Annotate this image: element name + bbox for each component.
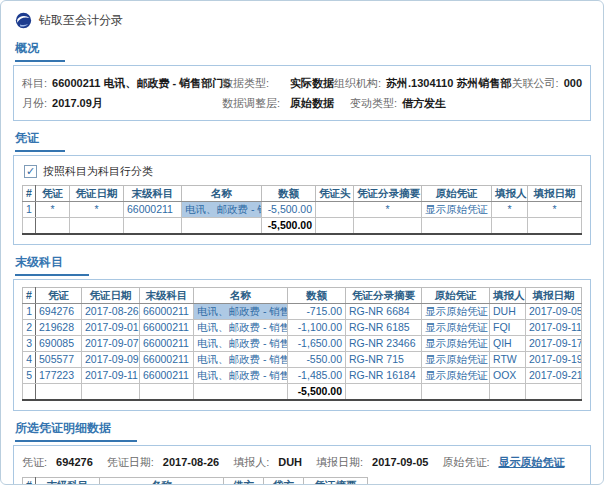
table-row[interactable]: 36900852017-09-0766000211电讯、邮政费 - 销售部门S-… bbox=[23, 336, 582, 352]
cell: 电讯、邮政费 - 销售部门S bbox=[194, 368, 288, 384]
total-cell bbox=[70, 218, 124, 235]
field-value: 实际数据 bbox=[290, 77, 334, 89]
field-label: 关联公司: bbox=[512, 77, 559, 89]
table-row[interactable]: 51772232017-09-1166000211电讯、邮政费 - 销售部门S-… bbox=[23, 368, 582, 384]
field-value: 66000211 电讯、邮政费 - 销售部门S bbox=[52, 77, 231, 89]
cell: QIH bbox=[490, 336, 526, 352]
total-cell bbox=[422, 384, 490, 401]
voucher-info-line: 凭证:694276 凭证日期:2017-08-26 填报人:DUH 填报日期:2… bbox=[22, 453, 582, 471]
total-cell bbox=[316, 218, 354, 235]
tab-voucher: 凭证 bbox=[15, 128, 593, 152]
column-header: 凭证 bbox=[36, 186, 70, 202]
cell: 66000211 bbox=[140, 304, 194, 320]
cell: 2017-09-11 bbox=[526, 320, 582, 336]
cell: 505577 bbox=[36, 352, 82, 368]
field-label: 数据调整层: bbox=[222, 93, 288, 113]
field-value: 借方发生 bbox=[402, 97, 446, 109]
cell: 2017-09-21 bbox=[526, 368, 582, 384]
cell: 66000211 bbox=[140, 368, 194, 384]
voucher-panel: ✓ 按照科目为科目行分类 #凭证凭证日期末级科目名称数额凭证头凭证分录摘要原始凭… bbox=[13, 155, 591, 245]
cell: 2017-09-17 bbox=[526, 336, 582, 352]
total-cell bbox=[36, 384, 82, 401]
field-value: 2017-09-05 bbox=[372, 453, 428, 471]
cell: -715.00 bbox=[288, 304, 346, 320]
show-original-voucher-link[interactable]: 显示原始凭证 bbox=[422, 320, 490, 336]
cell: 66000211 bbox=[140, 352, 194, 368]
show-original-voucher-link[interactable]: 显示原始凭证 bbox=[422, 304, 490, 320]
field-value: 2017-08-26 bbox=[163, 453, 219, 471]
cell: 177223 bbox=[36, 368, 82, 384]
cell: 2 bbox=[23, 320, 36, 336]
column-header: 借方 bbox=[224, 478, 264, 485]
cell: 电讯、邮政费 - 销售部门S bbox=[194, 304, 288, 320]
selected-voucher-detail-panel: 凭证:694276 凭证日期:2017-08-26 填报人:DUH 填报日期:2… bbox=[13, 445, 591, 485]
column-header: 凭证日期 bbox=[82, 288, 140, 304]
total-row: -5,500.00 bbox=[23, 218, 582, 235]
column-header: 数额 bbox=[262, 186, 316, 202]
overview-row-2: 月份:2017.09月 数据调整层:原始数据 变动类型:借方发生 bbox=[22, 93, 582, 113]
cell: -550.00 bbox=[288, 352, 346, 368]
column-header: 凭证分录摘要 bbox=[346, 288, 422, 304]
cell: 2017-09-19 bbox=[526, 352, 582, 368]
cell: 66000211 bbox=[140, 336, 194, 352]
cell: 2017-09-05 bbox=[526, 304, 582, 320]
cell: 1 bbox=[23, 202, 36, 218]
table-row[interactable]: 45055772017-09-0966000211电讯、邮政费 - 销售部门S-… bbox=[23, 352, 582, 368]
group-by-account-option[interactable]: ✓ 按照科目为科目行分类 bbox=[24, 164, 582, 179]
total-cell bbox=[182, 218, 262, 235]
field-label: 填报人: bbox=[233, 453, 269, 471]
show-original-voucher-link[interactable]: 显示原始凭证 bbox=[422, 352, 490, 368]
leaf-accounts-table: #凭证凭证日期末级科目名称数额凭证分录摘要原始凭证填报人填报日期16942762… bbox=[22, 287, 582, 401]
total-cell bbox=[490, 384, 526, 401]
field-label: 填报日期: bbox=[316, 453, 363, 471]
field-value: 000 bbox=[564, 77, 582, 89]
cell: 4 bbox=[23, 352, 36, 368]
tab-overview: 概况 bbox=[15, 38, 593, 62]
cell: 2017-09-01 bbox=[82, 320, 140, 336]
field-value: 原始数据 bbox=[290, 97, 334, 109]
cell: -1,650.00 bbox=[288, 336, 346, 352]
total-row: -5,500.00 bbox=[23, 384, 582, 401]
column-header: 数额 bbox=[288, 288, 346, 304]
total-cell bbox=[528, 218, 582, 235]
column-header: 填报日期 bbox=[526, 288, 582, 304]
field-label: 月份: bbox=[22, 97, 47, 109]
cell: -5,500.00 bbox=[262, 202, 316, 218]
app-logo-icon bbox=[15, 12, 32, 29]
field-label: 原始凭证: bbox=[442, 453, 489, 471]
column-header: 凭证头 bbox=[316, 186, 354, 202]
table-row[interactable]: 16942762017-08-2666000211电讯、邮政费 - 销售部门S-… bbox=[23, 304, 582, 320]
cell: 5 bbox=[23, 368, 36, 384]
cell: DUH bbox=[490, 304, 526, 320]
column-header: 名称 bbox=[194, 288, 288, 304]
table-row[interactable]: 22196282017-09-0166000211电讯、邮政费 - 销售部门S-… bbox=[23, 320, 582, 336]
show-original-voucher-link[interactable]: 显示原始凭证 bbox=[422, 368, 490, 384]
column-header: 凭证摘要 bbox=[304, 478, 368, 485]
cell: RTW bbox=[490, 352, 526, 368]
table-row[interactable]: 1**66000211电讯、邮政费 - 销售部门S-5,500.00*显示原始凭… bbox=[23, 202, 582, 218]
cell: 690085 bbox=[36, 336, 82, 352]
checkbox-checked-icon[interactable]: ✓ bbox=[24, 165, 37, 178]
column-header: # bbox=[23, 288, 36, 304]
tab-leaf-accounts: 末级科目 bbox=[15, 252, 593, 276]
cell: 电讯、邮政费 - 销售部门S bbox=[194, 320, 288, 336]
total-cell bbox=[492, 218, 528, 235]
show-original-voucher-link[interactable]: 显示原始凭证 bbox=[422, 202, 492, 218]
cell: 1 bbox=[23, 304, 36, 320]
cell: 2017-09-11 bbox=[82, 368, 140, 384]
column-header: # bbox=[23, 186, 36, 202]
field-label: 凭证: bbox=[22, 453, 47, 471]
total-cell bbox=[194, 384, 288, 401]
show-original-voucher-link[interactable]: 显示原始凭证 bbox=[498, 453, 564, 471]
show-original-voucher-link[interactable]: 显示原始凭证 bbox=[422, 336, 490, 352]
total-cell bbox=[354, 218, 422, 235]
cell: 219628 bbox=[36, 320, 82, 336]
drilldown-window: 钻取至会计分录 概况 科目:66000211 电讯、邮政费 - 销售部门S 数据… bbox=[0, 0, 604, 485]
cell: FQI bbox=[490, 320, 526, 336]
cell: 66000211 bbox=[124, 202, 182, 218]
cell: 66000211 bbox=[140, 320, 194, 336]
cell: * bbox=[354, 202, 422, 218]
total-cell bbox=[526, 384, 582, 401]
total-cell bbox=[346, 384, 422, 401]
cell: 694276 bbox=[36, 304, 82, 320]
